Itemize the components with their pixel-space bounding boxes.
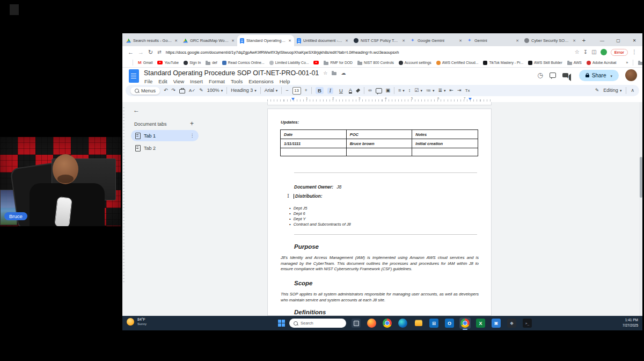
bold-button[interactable]: B bbox=[316, 87, 324, 94]
bookmark-read-comics[interactable]: Read Comics Online... bbox=[222, 61, 265, 65]
table-header-cell[interactable]: Date bbox=[281, 130, 347, 139]
share-button[interactable]: Share bbox=[579, 70, 619, 81]
close-button[interactable]: ✕ bbox=[626, 34, 642, 46]
align-icon[interactable]: ≡ bbox=[398, 88, 405, 93]
checklist-icon[interactable]: ☑ bbox=[414, 88, 422, 93]
new-tab-button[interactable]: + bbox=[579, 35, 589, 46]
text-color-button[interactable]: A bbox=[349, 88, 352, 94]
browser-tab-nist-csf[interactable]: NIST CSF Policy Template bbox=[351, 35, 408, 46]
table-header-cell[interactable]: Notes bbox=[412, 130, 478, 139]
reload-icon[interactable]: ↻ bbox=[148, 49, 153, 55]
browser-error-badge[interactable]: Error bbox=[611, 49, 628, 56]
insert-link-icon[interactable]: ∞ bbox=[368, 88, 371, 93]
bookmark-account-settings[interactable]: Account settings bbox=[399, 61, 431, 65]
bookmark-rmf-folder[interactable]: RMF for DOD bbox=[324, 61, 353, 65]
url-field[interactable]: https://docs.google.com/document/d/1y7dq… bbox=[166, 50, 570, 55]
underline-button[interactable]: U bbox=[337, 87, 345, 94]
ms-store-button[interactable] bbox=[428, 317, 440, 329]
edge-button[interactable] bbox=[397, 317, 408, 329]
bookmark-sign-in[interactable]: Sign In bbox=[184, 61, 201, 65]
browser-tab-gemini[interactable]: Gemini bbox=[465, 35, 522, 46]
print-icon[interactable] bbox=[179, 89, 185, 93]
terminal-button[interactable] bbox=[522, 317, 533, 329]
undo-icon[interactable]: ↶ bbox=[164, 88, 168, 93]
start-button[interactable] bbox=[278, 320, 285, 327]
bookmark-nist800-folder[interactable]: NIST 800 Controls bbox=[357, 61, 394, 65]
zoom-select[interactable]: 100% bbox=[207, 88, 223, 93]
profile-avatar[interactable] bbox=[601, 49, 607, 55]
dark-app-button[interactable] bbox=[506, 317, 517, 329]
chrome-active-button[interactable] bbox=[459, 317, 471, 329]
side-panel-icon[interactable]: ◫ bbox=[591, 49, 596, 55]
back-icon[interactable]: ← bbox=[128, 49, 134, 55]
updates-table[interactable]: Date POC Notes 1/11/1111 Bruce brown Ini… bbox=[280, 129, 478, 156]
bookmark-star-icon[interactable]: ☆ bbox=[575, 49, 580, 55]
table-cell[interactable] bbox=[412, 148, 478, 156]
document-tab-1[interactable]: Tab 1 bbox=[131, 130, 199, 141]
scrollbar-thumb[interactable] bbox=[640, 157, 642, 198]
italic-button[interactable]: I bbox=[327, 88, 333, 94]
tab-close-icon[interactable] bbox=[174, 39, 178, 43]
add-comment-icon[interactable] bbox=[376, 88, 382, 93]
vertical-scrollbar[interactable] bbox=[639, 102, 642, 316]
bookmark-gmail[interactable]: Gmail bbox=[138, 60, 152, 65]
meet-video-icon[interactable] bbox=[562, 73, 568, 77]
menu-file[interactable]: File bbox=[144, 78, 152, 84]
right-indent-marker[interactable] bbox=[469, 98, 472, 100]
menu-tools[interactable]: Tools bbox=[231, 78, 243, 84]
menus-search-button[interactable]: Menus bbox=[130, 87, 160, 95]
menu-extensions[interactable]: Extensions bbox=[248, 78, 273, 84]
decrease-font-size-button[interactable]: − bbox=[286, 88, 288, 93]
table-cell[interactable]: Initial creation bbox=[412, 139, 478, 148]
maximize-button[interactable]: ▢ bbox=[610, 34, 626, 46]
all-bookmarks[interactable]: All Bookmarks bbox=[638, 61, 642, 65]
tab-close-icon[interactable] bbox=[345, 39, 348, 43]
sidebar-back-icon[interactable]: ← bbox=[133, 106, 140, 114]
add-document-tab-button[interactable]: + bbox=[190, 120, 194, 127]
font-select[interactable]: Arial bbox=[265, 88, 278, 93]
minimize-button[interactable]: — bbox=[594, 34, 610, 46]
editing-mode-select[interactable]: Editing bbox=[603, 88, 621, 93]
bookmark-def-folder[interactable]: def bbox=[206, 61, 217, 65]
decrease-indent-icon[interactable]: ⇤ bbox=[450, 88, 454, 93]
taskbar-search[interactable]: Search bbox=[289, 319, 346, 328]
account-avatar[interactable] bbox=[625, 69, 637, 81]
table-cell[interactable] bbox=[281, 148, 347, 156]
comments-icon[interactable] bbox=[550, 73, 556, 78]
excel-button[interactable] bbox=[475, 317, 486, 329]
task-view-button[interactable] bbox=[350, 317, 362, 329]
menu-format[interactable]: Format bbox=[209, 78, 225, 84]
increase-font-size-button[interactable]: + bbox=[305, 88, 308, 93]
bookmark-aws-folder[interactable]: AWS bbox=[567, 61, 582, 65]
table-cell[interactable] bbox=[346, 148, 412, 156]
share-dropdown-icon[interactable] bbox=[609, 73, 612, 78]
tab-close-icon[interactable] bbox=[231, 39, 235, 43]
browser-tab-untitled-doc[interactable]: Untitled document - Goo bbox=[294, 35, 351, 46]
document-page[interactable]: Updates: Date POC Notes 1/11/1111 Bruce … bbox=[267, 109, 492, 316]
bookmark-youtube-icon-only[interactable] bbox=[313, 61, 319, 64]
firefox-button[interactable] bbox=[366, 317, 377, 329]
paragraph-style-select[interactable]: Heading 3 bbox=[231, 88, 257, 93]
browser-tab-cyber-sop-pdf[interactable]: Cyber Security SOP.pdf bbox=[522, 35, 579, 46]
menu-help[interactable]: Help bbox=[280, 78, 290, 84]
clear-formatting-icon[interactable]: Tx bbox=[465, 89, 470, 93]
browser-tab-search-results[interactable]: Search results - Google D bbox=[123, 35, 180, 46]
tab-close-icon[interactable] bbox=[573, 39, 576, 43]
outlook-button[interactable] bbox=[444, 317, 455, 329]
tab-options-icon[interactable] bbox=[190, 133, 194, 138]
star-document-icon[interactable]: ☆ bbox=[323, 70, 327, 76]
increase-indent-icon[interactable]: ⇥ bbox=[457, 88, 462, 93]
version-history-icon[interactable]: ◷ bbox=[537, 71, 543, 79]
taskbar-clock[interactable]: 1:41 PM 7/27/2025 bbox=[623, 317, 638, 328]
left-indent-marker[interactable] bbox=[291, 98, 295, 100]
tab-close-icon[interactable] bbox=[288, 39, 291, 43]
bookmark-aws-certified[interactable]: AWS Certified Cloud... bbox=[436, 61, 479, 65]
menu-edit[interactable]: Edit bbox=[158, 78, 167, 84]
tab-close-icon[interactable] bbox=[459, 39, 462, 43]
forward-icon[interactable]: → bbox=[138, 49, 144, 55]
table-cell[interactable]: Bruce brown bbox=[346, 139, 412, 148]
menu-view[interactable]: View bbox=[173, 78, 184, 84]
file-explorer-button[interactable] bbox=[413, 317, 424, 329]
redo-icon[interactable]: ↷ bbox=[172, 88, 176, 93]
table-header-cell[interactable]: POC bbox=[346, 130, 412, 139]
